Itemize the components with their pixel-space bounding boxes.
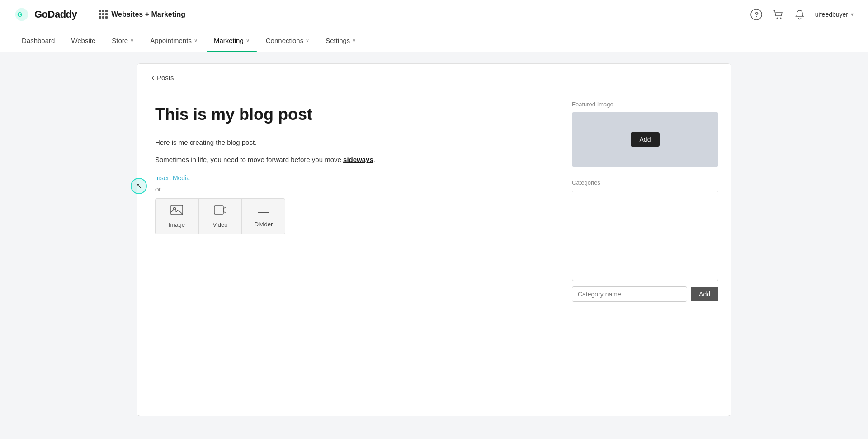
help-icon[interactable]: ? [750,8,763,21]
bell-icon[interactable] [793,8,806,21]
back-label: Posts [157,74,174,81]
nav-item-appointments[interactable]: Appointments ∨ [143,29,205,52]
categories-box [572,191,718,281]
store-chevron: ∨ [130,38,134,43]
svg-rect-6 [171,205,183,215]
featured-image-add-button[interactable]: Add [631,132,660,147]
nav-item-connections[interactable]: Connections ∨ [259,29,316,52]
app-name: Websites + Marketing [99,10,185,19]
insert-media-area: ↖ Insert Media or [155,174,541,234]
media-buttons: Image Video [155,198,541,234]
video-media-icon [214,205,226,218]
logo-area[interactable]: G GoDaddy [14,7,77,22]
image-media-label: Image [169,221,185,228]
blog-body-line1: Here is me creating the blog post. [155,137,541,148]
category-input-row: Add [572,286,718,302]
insert-media-inline: or [155,185,541,193]
top-bar: G GoDaddy Websites + Marketing ? [0,0,868,29]
user-name: uifeedbuyer [815,11,848,18]
nav-item-dashboard[interactable]: Dashboard [14,29,62,52]
media-btn-video[interactable]: Video [198,198,242,234]
divider-media-icon [257,205,270,217]
svg-point-4 [776,17,778,19]
user-menu-chevron: ▾ [851,11,854,18]
back-to-posts-link[interactable]: ‹ Posts [151,73,174,82]
svg-text:G: G [17,11,22,18]
marketing-chevron: ∨ [246,38,250,43]
svg-text:?: ? [755,11,759,18]
top-bar-left: G GoDaddy Websites + Marketing [14,7,185,22]
logo-text: GoDaddy [34,9,77,20]
insert-media-circle[interactable]: ↖ [131,178,147,194]
image-media-icon [170,205,183,218]
insert-media-label[interactable]: Insert Media [155,174,541,181]
back-icon: ‹ [151,73,154,82]
editor-main: This is my blog post Here is me creating… [137,90,559,416]
blog-body: Here is me creating the blog post. Somet… [155,137,541,165]
nav-item-marketing[interactable]: Marketing ∨ [207,29,257,52]
editor-layout: This is my blog post Here is me creating… [137,90,731,416]
settings-chevron: ∨ [352,38,356,43]
cart-icon[interactable] [772,8,784,21]
logo-divider [88,7,88,22]
featured-image-section: Featured Image Add [572,101,718,167]
top-bar-right: ? uifeedbuyer ▾ [750,8,854,21]
category-name-input[interactable] [572,286,687,302]
media-btn-image[interactable]: Image [155,198,198,234]
categories-label: Categories [572,179,718,186]
appointments-chevron: ∨ [194,38,198,43]
media-btn-divider[interactable]: Divider [242,198,285,234]
nav-item-website[interactable]: Website [64,29,103,52]
svg-rect-8 [214,206,223,214]
nav-items: Dashboard Website Store ∨ Appointments ∨… [14,29,363,52]
categories-section: Categories Add [572,179,718,302]
blog-body-line2: Sometimes in life, you need to move forw… [155,154,541,166]
app-name-text: Websites + Marketing [111,10,185,19]
category-add-button[interactable]: Add [691,287,718,301]
editor-sidebar: Featured Image Add Categories Add [559,90,731,416]
nav-item-store[interactable]: Store ∨ [104,29,141,52]
connections-chevron: ∨ [306,38,309,43]
featured-image-label: Featured Image [572,101,718,108]
godaddy-logo-icon: G [14,7,29,22]
blog-title[interactable]: This is my blog post [155,105,541,124]
divider-media-label: Divider [255,221,273,228]
svg-point-5 [780,17,781,19]
content-panel: ‹ Posts This is my blog post Here is me … [137,63,731,416]
video-media-label: Video [212,221,227,228]
breadcrumb: ‹ Posts [137,64,731,90]
main-content: ‹ Posts This is my blog post Here is me … [122,52,746,427]
user-menu[interactable]: uifeedbuyer ▾ [815,11,854,18]
featured-image-box: Add [572,112,718,167]
nav-item-settings[interactable]: Settings ∨ [318,29,363,52]
inline-or-text: or [155,185,161,193]
cursor-icon: ↖ [136,181,142,191]
grid-menu-icon[interactable] [99,10,108,19]
nav-bar: Dashboard Website Store ∨ Appointments ∨… [0,29,868,52]
sideways-link[interactable]: sideways [343,156,373,163]
